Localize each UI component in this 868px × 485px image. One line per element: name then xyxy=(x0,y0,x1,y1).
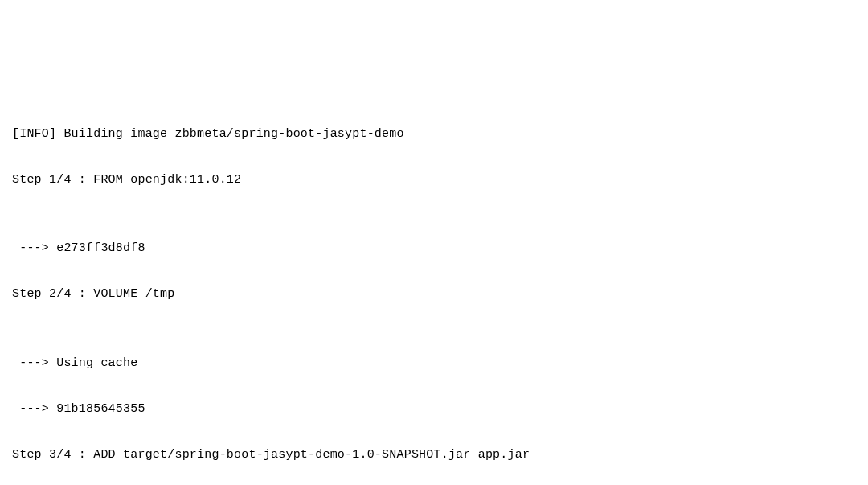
log-line: ---> Using cache xyxy=(12,352,856,376)
log-line: Step 2/4 : VOLUME /tmp xyxy=(12,283,856,306)
log-line: Step 1/4 : FROM openjdk:11.0.12 xyxy=(12,169,856,192)
log-line: Step 3/4 : ADD target/spring-boot-jasypt… xyxy=(12,444,856,467)
log-line: ---> 91b185645355 xyxy=(12,398,856,421)
log-line: ---> e273ff3d8df8 xyxy=(12,237,856,261)
terminal-output: [INFO] Building image zbbmeta/spring-boo… xyxy=(12,100,856,485)
log-line: [INFO] Building image zbbmeta/spring-boo… xyxy=(12,123,856,146)
